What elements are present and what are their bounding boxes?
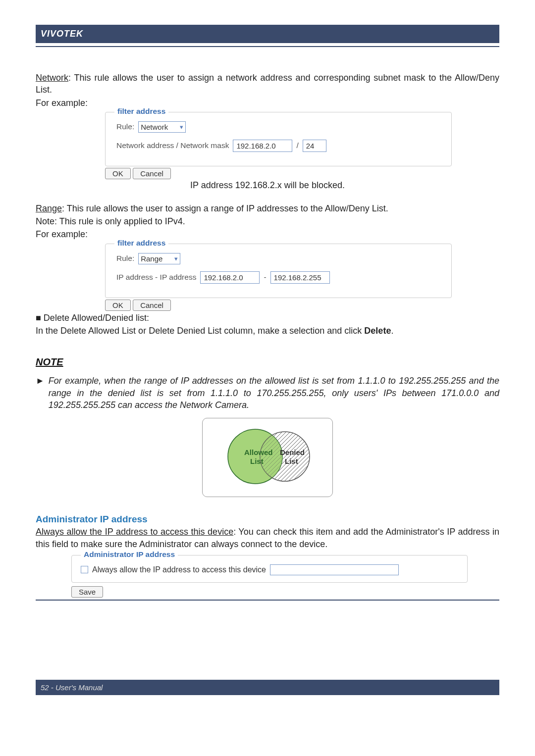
venn-diagram-box: Allowed List Denied List [202, 418, 333, 497]
ip-from-input[interactable]: 192.168.2.0 [200, 271, 260, 284]
page-header: VIVOTEK [36, 25, 499, 43]
venn-allowed-list-label: List [250, 457, 264, 465]
network-addr-label: Network address / Network mask [116, 141, 229, 150]
chevron-down-icon: ▾ [174, 255, 178, 262]
note-text: For example, when the range of IP addres… [49, 375, 499, 411]
rule-select-value-1: Network [141, 123, 168, 131]
venn-diagram-wrap: Allowed List Denied List [36, 418, 499, 497]
cancel-button-1[interactable]: Cancel [133, 168, 171, 179]
cancel-button-2[interactable]: Cancel [133, 300, 171, 311]
venn-denied-list-label: List [285, 457, 298, 465]
rule-select-network[interactable]: Network ▾ [138, 121, 186, 133]
range-label: Range [36, 203, 62, 213]
save-button[interactable]: Save [71, 586, 103, 598]
footer-text: 52 - User's Manual [41, 683, 103, 692]
page-footer: 52 - User's Manual [36, 680, 499, 695]
range-note-line: Note: This rule is only applied to IPv4. [36, 215, 499, 227]
venn-denied-label: Denied [280, 448, 305, 456]
venn-allowed-label: Allowed [244, 448, 273, 456]
note-item: ► For example, when the range of IP addr… [36, 375, 499, 411]
network-mask-input[interactable]: 24 [303, 140, 326, 152]
venn-diagram-icon: Allowed List Denied List [211, 424, 324, 489]
ok-button-2[interactable]: OK [105, 300, 131, 311]
for-example-1: For example: [36, 97, 499, 109]
ok-button-1[interactable]: OK [105, 168, 131, 179]
network-address-input[interactable]: 192.168.2.0 [233, 140, 292, 152]
network-desc: : This rule allows the user to assign a … [36, 73, 499, 95]
delete-word: Delete [364, 326, 391, 336]
network-caption: IP address 192.168.2.x will be blocked. [36, 180, 499, 191]
note-heading: NOTE [36, 356, 499, 368]
filter-address-network-fieldset: filter address Rule: Network ▾ Network a… [105, 112, 452, 166]
chevron-down-icon: ▾ [180, 123, 183, 131]
dash-separator: - [264, 273, 266, 282]
admin-ip-fieldset: Administrator IP address Always allow th… [71, 555, 468, 583]
range-desc: : This rule allows the user to assign a … [62, 203, 388, 213]
rule-label-1: Rule: [116, 122, 134, 131]
rule-select-value-2: Range [141, 254, 162, 263]
admin-ip-input[interactable] [270, 564, 399, 575]
admin-always-label: Always allow the IP address to access th… [36, 527, 233, 537]
range-paragraph: Range: This rule allows the user to assi… [36, 202, 499, 214]
brand-text: VIVOTEK [41, 29, 83, 39]
ip-range-label: IP address - IP address [116, 273, 196, 282]
fieldset-legend-1: filter address [114, 107, 168, 116]
admin-ip-heading: Administrator IP address [36, 514, 499, 525]
filter-address-range-fieldset: filter address Rule: Range ▾ IP address … [105, 244, 452, 298]
network-paragraph: Network: This rule allows the user to as… [36, 72, 499, 96]
delete-list-desc: In the Delete Allowed List or Delete Den… [36, 325, 499, 337]
admin-ip-paragraph: Always allow the IP address to access th… [36, 526, 499, 550]
rule-label-2: Rule: [116, 254, 134, 263]
rule-select-range[interactable]: Range ▾ [138, 253, 180, 264]
always-allow-label: Always allow the IP address to access th… [92, 565, 266, 574]
always-allow-checkbox[interactable] [81, 566, 88, 573]
delete-list-bullet: ■ Delete Allowed/Denied list: [36, 312, 499, 324]
delete-desc-a: In the Delete Allowed List or Delete Den… [36, 326, 364, 336]
fieldset-legend-2: filter address [114, 239, 168, 248]
footer-divider [36, 600, 499, 601]
note-arrow-icon: ► [36, 375, 45, 411]
header-divider [36, 46, 499, 47]
delete-desc-b: . [391, 326, 393, 336]
ip-to-input[interactable]: 192.168.2.255 [270, 271, 330, 284]
network-label: Network [36, 73, 68, 83]
slash-separator: / [296, 141, 298, 150]
for-example-2: For example: [36, 228, 499, 240]
admin-fieldset-legend: Administrator IP address [81, 550, 178, 559]
